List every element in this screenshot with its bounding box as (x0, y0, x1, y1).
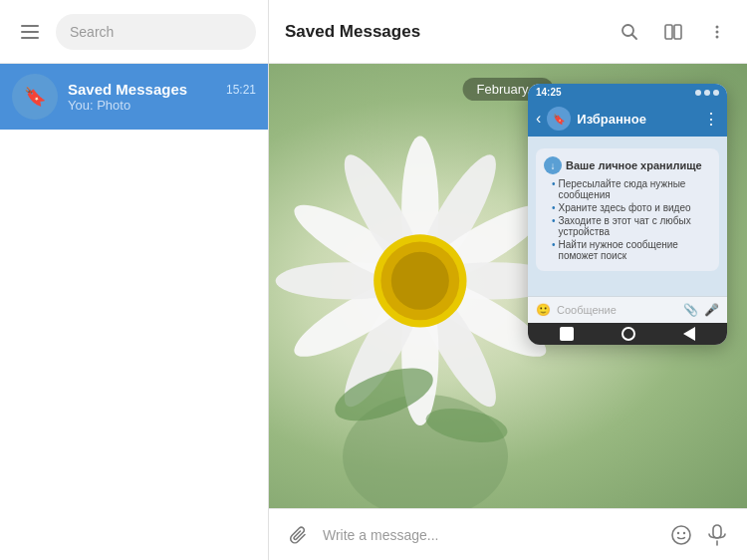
svg-point-4 (716, 25, 719, 28)
phone-msg-icon: ↓ (544, 156, 562, 174)
menu-line-1 (21, 25, 39, 27)
chat-info: Saved Messages 15:21 You: Photo (68, 81, 256, 113)
chat-header: Saved Messages (269, 0, 747, 64)
emoji-button[interactable] (663, 517, 699, 553)
menu-button[interactable] (12, 14, 48, 50)
phone-content: ↓ Ваше личное хранилище Пересылайте сюда… (528, 137, 727, 296)
chat-list: 🔖 Saved Messages 15:21 You: Photo (0, 64, 268, 560)
phone-status-bar: 14:25 (528, 84, 727, 101)
phone-wifi-icon (704, 90, 710, 96)
phone-square-button (560, 327, 574, 341)
phone-message-box: ↓ Ваше личное хранилище Пересылайте сюда… (536, 148, 719, 271)
bookmark-icon: 🔖 (24, 86, 46, 108)
svg-point-26 (677, 531, 679, 533)
search-input[interactable] (70, 24, 242, 40)
phone-bullet-2: Храните здесь фото и видео (544, 202, 711, 213)
page-title: Saved Messages (285, 22, 616, 42)
phone-msg-title: ↓ Ваше личное хранилище (544, 156, 711, 174)
search-box[interactable] (56, 14, 256, 50)
phone-bullet-3: Заходите в этот чат с любых устройства (544, 215, 711, 237)
mic-button[interactable] (699, 517, 735, 553)
phone-mockup: 14:25 ‹ 🔖 Избранное ⋮ (528, 84, 727, 345)
attach-button[interactable] (281, 517, 317, 553)
search-button[interactable] (616, 18, 643, 46)
phone-back-icon: ‹ (536, 110, 541, 128)
phone-time: 14:25 (536, 87, 562, 98)
phone-home-button (622, 327, 635, 341)
phone-battery-icon (713, 90, 719, 96)
svg-point-27 (683, 531, 685, 533)
columns-button[interactable] (659, 18, 687, 46)
svg-point-5 (716, 30, 719, 33)
message-input-area (269, 508, 747, 560)
header-actions (616, 18, 731, 46)
phone-more-icon: ⋮ (703, 110, 719, 129)
phone-back-button (683, 327, 695, 341)
menu-line-3 (21, 37, 39, 39)
chat-name-row: Saved Messages 15:21 (68, 81, 256, 98)
svg-rect-3 (674, 25, 681, 39)
phone-input-placeholder: Сообщение (557, 304, 677, 316)
svg-line-1 (632, 34, 637, 39)
svg-rect-28 (713, 525, 721, 538)
svg-point-22 (391, 252, 449, 310)
message-input[interactable] (323, 527, 663, 543)
phone-paperclip-icon: 📎 (683, 303, 698, 317)
svg-rect-2 (665, 25, 672, 39)
download-icon: ↓ (551, 160, 556, 171)
phone-signal-icon (695, 90, 701, 96)
sidebar-header (0, 0, 268, 64)
more-button[interactable] (703, 18, 731, 46)
avatar: 🔖 (12, 74, 58, 120)
main-chat: Saved Messages (269, 0, 747, 560)
phone-input-bar: 🙂 Сообщение 📎 🎤 (528, 296, 727, 323)
phone-mic-icon: 🎤 (704, 303, 719, 317)
phone-bottom-bar (528, 323, 727, 345)
svg-point-25 (672, 526, 690, 544)
chat-background: February 3 14:25 ‹ 🔖 Избранное (269, 64, 747, 508)
app-container: 🔖 Saved Messages 15:21 You: Photo Saved … (0, 0, 747, 560)
phone-avatar: 🔖 (547, 107, 571, 131)
chat-preview: You: Photo (68, 98, 256, 113)
svg-point-6 (716, 35, 719, 38)
phone-bullet-1: Пересылайте сюда нужные сообщения (544, 178, 711, 200)
saved-messages-chat-item[interactable]: 🔖 Saved Messages 15:21 You: Photo (0, 64, 268, 130)
phone-chat-header: ‹ 🔖 Избранное ⋮ (528, 101, 727, 137)
phone-chat-name: Избранное (577, 112, 697, 127)
menu-line-2 (21, 31, 39, 33)
sidebar: 🔖 Saved Messages 15:21 You: Photo (0, 0, 269, 560)
chat-time: 15:21 (226, 83, 256, 97)
chat-name: Saved Messages (68, 81, 187, 98)
phone-status-icons (695, 90, 719, 96)
phone-bullet-4: Найти нужное сообщение поможет поиск (544, 239, 711, 261)
phone-sticker-icon: 🙂 (536, 303, 551, 317)
